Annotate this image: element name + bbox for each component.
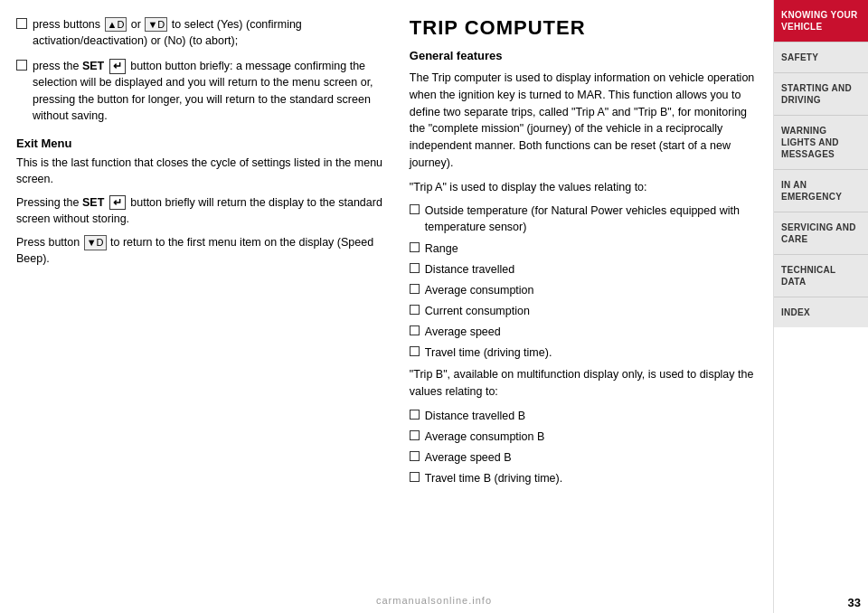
trip-b-bullet-1 [410, 430, 420, 440]
sidebar: KNOWING YOUR VEHICLESAFETYSTARTING AND D… [773, 0, 868, 613]
para3-pre: Press button [16, 236, 80, 249]
trip-b-list: Distance travelled BAverage consumption … [410, 408, 755, 487]
trip-general-features: General features [410, 49, 755, 62]
trip-b-item-1: Average consumption B [410, 429, 755, 445]
trip-b-text-3: Travel time B (driving time). [425, 470, 562, 486]
set-symbol-1: ↵ [109, 59, 126, 73]
trip-b-intro: "Trip B", available on multifunction dis… [410, 366, 755, 401]
down-arrow-icon: ▼D [145, 17, 167, 32]
bullet-item-2: press the SET ↵ button button briefly: a… [16, 58, 388, 124]
trip-a-bullet-6 [410, 346, 420, 356]
trip-a-intro: "Trip A" is used to display the values r… [410, 179, 755, 196]
trip-a-item-2: Distance travelled [410, 261, 755, 278]
bullet1-text-main: press buttons [33, 18, 100, 31]
trip-b-bullet-2 [410, 451, 420, 461]
trip-a-text-6: Travel time (driving time). [425, 344, 552, 361]
exit-menu-title: Exit Menu [16, 137, 388, 150]
trip-b-text-0: Distance travelled B [425, 408, 525, 424]
bullet2-press: press the [33, 60, 79, 72]
trip-b-item-3: Travel time B (driving time). [410, 470, 755, 486]
sidebar-item-2[interactable]: STARTING AND DRIVING [774, 73, 868, 116]
bullet-icon-1 [16, 18, 27, 29]
bullet1-or: or [131, 18, 145, 31]
trip-a-bullet-4 [410, 305, 420, 315]
trip-a-text-5: Average speed [425, 324, 501, 340]
bullet-text-1: press buttons ▲D or ▼D to select (Yes) (… [33, 16, 388, 49]
sidebar-item-0[interactable]: KNOWING YOUR VEHICLE [774, 0, 868, 42]
trip-a-text-0: Outside temperature (for Natural Power v… [425, 203, 755, 235]
trip-a-text-2: Distance travelled [425, 261, 514, 278]
trip-a-text-3: Average consumption [425, 282, 534, 298]
exit-menu-section: Exit Menu This is the last function that… [16, 137, 388, 268]
trip-a-list: Outside temperature (for Natural Power v… [410, 203, 755, 361]
sidebar-item-6[interactable]: TECHNICAL DATA [774, 255, 868, 297]
up-arrow-icon: ▲D [105, 17, 127, 32]
trip-a-text-1: Range [425, 240, 458, 257]
trip-computer-title: TRIP COMPUTER [410, 16, 755, 40]
right-section: TRIP COMPUTER General features The Trip … [401, 16, 755, 491]
bullet-item-1: press buttons ▲D or ▼D to select (Yes) (… [16, 16, 388, 49]
set-label-2: SET [82, 196, 108, 209]
trip-b-item-0: Distance travelled B [410, 408, 755, 424]
trip-a-text-4: Current consumption [425, 303, 530, 319]
bullet-text-2: press the SET ↵ button button briefly: a… [33, 58, 388, 124]
trip-a-bullet-5 [410, 325, 420, 335]
trip-a-item-1: Range [410, 240, 755, 257]
trip-a-item-3: Average consumption [410, 282, 755, 298]
set-symbol-2: ↵ [109, 195, 126, 210]
trip-a-item-4: Current consumption [410, 303, 755, 319]
trip-a-bullet-0 [410, 204, 420, 214]
trip-a-item-0: Outside temperature (for Natural Power v… [410, 203, 755, 235]
sidebar-item-4[interactable]: IN AN EMERGENCY [774, 170, 868, 212]
sidebar-item-1[interactable]: SAFETY [774, 42, 868, 73]
main-content: press buttons ▲D or ▼D to select (Yes) (… [0, 0, 773, 613]
bullet-icon-2 [16, 60, 27, 71]
trip-b-text-1: Average consumption B [425, 429, 545, 445]
sidebar-item-5[interactable]: SERVICING AND CARE [774, 212, 868, 255]
exit-menu-para1: This is the last function that closes th… [16, 155, 388, 187]
trip-a-bullet-2 [410, 263, 420, 273]
left-section: press buttons ▲D or ▼D to select (Yes) (… [16, 16, 401, 491]
sidebar-item-7[interactable]: INDEX [774, 297, 868, 327]
trip-a-bullet-3 [410, 284, 420, 294]
trip-b-text-2: Average speed B [425, 449, 512, 466]
sidebar-items-container: KNOWING YOUR VEHICLESAFETYSTARTING AND D… [774, 0, 868, 327]
set-label-1: SET [82, 60, 108, 72]
para2-pre: Pressing the [16, 196, 79, 209]
exit-menu-para3: Press button ▼D to return to the first m… [16, 234, 388, 267]
trip-b-bullet-0 [410, 410, 420, 420]
trip-intro-para: The Trip computer is used to display inf… [410, 70, 755, 172]
trip-a-item-5: Average speed [410, 324, 755, 340]
trip-a-bullet-1 [410, 242, 420, 252]
trip-b-item-2: Average speed B [410, 449, 755, 466]
watermark: carmanualsonline.info [0, 595, 868, 606]
sidebar-item-3[interactable]: WARNING LIGHTS AND MESSAGES [774, 116, 868, 170]
down-arrow-icon-2: ▼D [84, 235, 107, 250]
trip-b-bullet-3 [410, 472, 420, 482]
trip-a-item-6: Travel time (driving time). [410, 344, 755, 361]
exit-menu-para2: Pressing the SET ↵ button briefly will r… [16, 194, 388, 227]
